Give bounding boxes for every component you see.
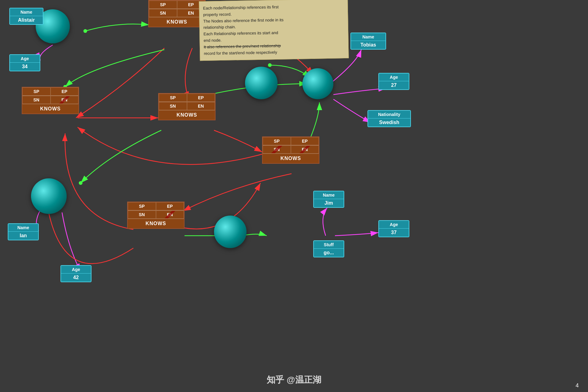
rel-cell-sn-1: SN: [149, 9, 177, 17]
node-sphere-4: [214, 216, 247, 248]
green-dot-3: [79, 181, 82, 185]
arrow-n4-age: [335, 233, 378, 236]
rel-cell-sp-5: SP: [128, 202, 156, 210]
prop-value-stuff: go...: [314, 249, 344, 257]
rel-box-5: SP EP SN EN KNOWS: [127, 202, 185, 229]
rel-cell-ep-5: EP: [156, 202, 184, 210]
prop-name-alistair: Name Alistair: [9, 8, 43, 25]
prop-label-age-34: Age: [10, 55, 40, 63]
rel-cell-sp-1: SP: [149, 1, 177, 9]
prop-label-nationality: Nationality: [368, 111, 410, 118]
green-arrow-1: [85, 24, 149, 31]
prop-label-age-42: Age: [61, 266, 91, 274]
watermark: 知乎 @温正湖: [267, 374, 321, 386]
prop-value-age-27: 27: [379, 81, 409, 89]
prop-label-name-ian: Name: [8, 224, 38, 232]
red-arrow-7: [183, 174, 292, 211]
prop-label-name-alistair: Name: [10, 8, 43, 16]
rel-cell-ep-2: EP: [51, 87, 79, 96]
green-dot-1: [83, 29, 87, 33]
prop-age-42: Age 42: [60, 265, 91, 282]
info-note: Each node/Relationship references its fi…: [199, 0, 349, 61]
prop-value-name-alistair: Alistair: [10, 16, 43, 24]
red-arrow-4: [214, 130, 262, 152]
rel-box-2: SP EP SN EN KNOWS: [22, 87, 79, 114]
rel-box-3: SP EP SN EN KNOWS: [158, 93, 216, 120]
arrow-n5-age: [333, 88, 386, 95]
rel-box-4: SP EP SN EN KNOWS: [262, 136, 319, 164]
prop-age-37: Age 37: [378, 220, 409, 237]
rel-type-5: KNOWS: [128, 219, 184, 228]
prop-label-name-jim: Name: [314, 191, 344, 199]
rel-type-1: KNOWS: [149, 17, 205, 27]
rel-type-3: KNOWS: [159, 110, 215, 120]
prop-value-age-34: 34: [10, 63, 40, 71]
prop-label-age-27: Age: [379, 74, 409, 81]
page-number: 4: [576, 382, 579, 389]
arrow-n1-age: [40, 45, 53, 60]
arrow-n3-age: [62, 212, 81, 271]
prop-value-age-42: 42: [61, 274, 91, 282]
rel-cell-en-4: EN: [291, 145, 319, 154]
prop-value-name-tobias: Tobias: [351, 41, 385, 49]
red-arrow-8: [65, 133, 133, 229]
prop-stuff-go: Stuff go...: [313, 240, 344, 257]
prop-nationality-swedish: Nationality Swedish: [368, 110, 411, 127]
arrow-n5-nat: [333, 99, 371, 122]
rel-cell-sn-4: SN: [263, 145, 291, 154]
rel-cell-ep-4: EP: [291, 137, 319, 145]
node-sphere-3: [31, 178, 67, 214]
rel-type-4: KNOWS: [263, 154, 319, 163]
red-arrow-1: [76, 48, 164, 118]
rel-type-2: KNOWS: [22, 104, 78, 114]
rel-cell-sn-5: SN: [128, 211, 156, 219]
rel-cell-en-5: EN: [156, 211, 184, 219]
prop-label-age-37: Age: [379, 221, 409, 229]
prop-value-nationality: Swedish: [368, 118, 410, 127]
prop-age-34: Age 34: [9, 54, 40, 71]
red-arrow-5: [78, 127, 270, 164]
rel-cell-sp-3: SP: [159, 94, 187, 102]
rel-cell-sp-2: SP: [22, 87, 51, 96]
prop-age-27: Age 27: [378, 73, 409, 90]
prop-label-name-tobias: Name: [351, 33, 385, 41]
node-sphere-5: [302, 68, 333, 99]
arrow-n4-name: [323, 208, 327, 236]
prop-name-jim: Name Jim: [313, 191, 344, 208]
green-arrow-2: [65, 50, 164, 87]
red-arrow-2: [185, 48, 192, 99]
green-arrow-5: [81, 130, 161, 183]
rel-cell-sn-3: SN: [159, 102, 187, 110]
rel-cell-en-3: EN: [187, 102, 215, 110]
rel-cell-en-2: EN: [51, 96, 79, 104]
green-dot-5: [268, 63, 272, 67]
rel-cell-sp-4: SP: [263, 137, 291, 145]
prop-name-tobias: Name Tobias: [350, 33, 386, 50]
prop-value-name-jim: Jim: [314, 199, 344, 207]
rel-cell-sn-2: SN: [22, 96, 51, 104]
rel-box-1: SP EP SN EN KNOWS: [148, 0, 206, 27]
rel-cell-ep-3: EP: [187, 94, 215, 102]
node-sphere-2: [245, 67, 278, 99]
red-arrow-10: [47, 202, 133, 264]
prop-label-stuff: Stuff: [314, 241, 344, 249]
prop-value-age-37: 37: [379, 229, 409, 237]
prop-value-name-ian: Ian: [8, 232, 38, 240]
prop-name-ian: Name Ian: [8, 223, 39, 240]
